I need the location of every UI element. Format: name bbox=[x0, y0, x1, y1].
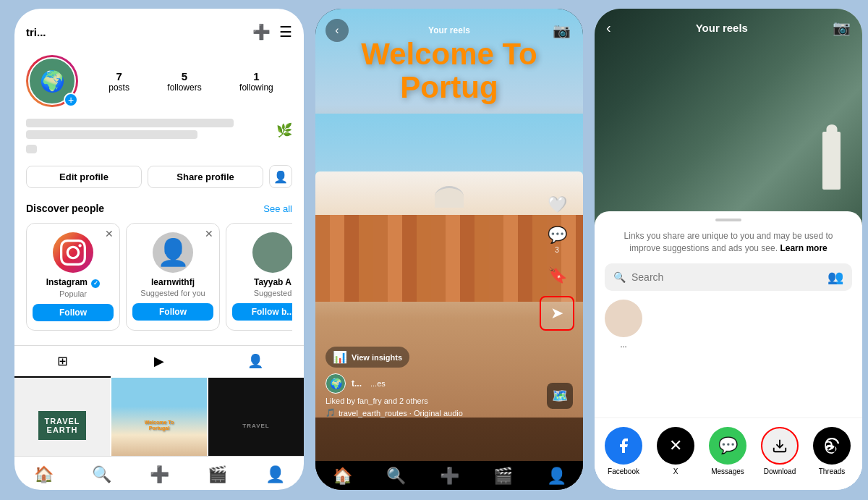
share-facebook[interactable]: Facebook bbox=[605, 427, 642, 475]
discover-learnwithfj-sub: Suggested for you bbox=[140, 289, 205, 297]
discover-users: ✕ Instagram ✓ Popular Follow ✕ 👤 bbox=[26, 223, 292, 331]
nav-home[interactable]: 🏠 bbox=[14, 462, 72, 487]
facebook-icon bbox=[605, 427, 642, 465]
nav-add[interactable]: ➕ bbox=[130, 462, 188, 487]
messages-label: Messages bbox=[711, 467, 744, 475]
learn-more-link[interactable]: Learn more bbox=[780, 243, 827, 253]
screen2-reel: ‹ Your reels 📷 Welcome To Portug 🤍 💬 3 🔖… bbox=[315, 9, 583, 490]
discover-tayyab-sub: Suggested bbox=[254, 289, 292, 297]
travel-earth-text: TRAVEL EARTH bbox=[38, 411, 85, 440]
profile-tabs: ⊞ ▶ 👤 bbox=[14, 345, 304, 378]
reel-nav-profile[interactable]: 👤 bbox=[529, 467, 583, 486]
reel-share-button-highlighted[interactable]: ➤ bbox=[540, 296, 574, 331]
map-icon: 🗺️ bbox=[552, 388, 568, 404]
share-messages[interactable]: 💬 Messages bbox=[709, 427, 746, 475]
profile-username: tri... bbox=[26, 26, 46, 38]
reel-title: Welcome To Portug bbox=[315, 38, 583, 104]
suggest-icon[interactable]: 👥 bbox=[827, 269, 843, 285]
download-label: Download bbox=[764, 467, 796, 475]
grid-item-2[interactable]: Welcome ToPortugal bbox=[111, 378, 207, 456]
reel-side-actions: 🤍 💬 3 🔖 ➤ bbox=[540, 195, 574, 331]
reel-audio: 🎵 travel_earth_routes · Original audio bbox=[326, 408, 573, 418]
edit-profile-button[interactable]: Edit profile bbox=[26, 166, 142, 188]
save-icon: 🔖 bbox=[548, 266, 567, 284]
nav-search[interactable]: 🔍 bbox=[72, 462, 130, 487]
posts-label: posts bbox=[109, 82, 129, 93]
follow-tayyab-button[interactable]: Follow b... bbox=[232, 303, 292, 321]
followers-count: 5 bbox=[182, 70, 187, 82]
nav-profile[interactable]: 👤 bbox=[246, 462, 304, 487]
reel-user-avatar: 🌍 bbox=[326, 373, 346, 394]
insights-icon: 📊 bbox=[333, 350, 347, 364]
bio-line2 bbox=[26, 130, 197, 139]
discover-user-tayyab: ✕ Tayyab A Suggested Follow b... bbox=[226, 223, 292, 331]
follow-learnwithfj-button[interactable]: Follow bbox=[132, 303, 213, 321]
discover-section: Discover people See all ✕ Instagram ✓ Po… bbox=[14, 194, 304, 336]
share-x[interactable]: ✕ X bbox=[657, 427, 694, 475]
grid-item-3[interactable]: TRAVEL bbox=[208, 378, 304, 456]
facebook-label: Facebook bbox=[608, 467, 639, 475]
discover-people-icon[interactable]: 👤 bbox=[269, 165, 292, 188]
reel-map-button[interactable]: 🗺️ bbox=[547, 383, 573, 409]
suggestion-avatar-1 bbox=[605, 300, 642, 337]
share-sheet: Links you share are unique to you and ma… bbox=[595, 211, 862, 490]
share-download[interactable]: Download bbox=[761, 427, 799, 475]
bottom-nav-screen1: 🏠 🔍 ➕ 🎬 👤 bbox=[14, 456, 304, 490]
following-label: following bbox=[239, 82, 273, 93]
share-actions-row: Facebook ✕ X 💬 Messages bbox=[595, 418, 862, 490]
share-sheet-notice: Links you share are unique to you and ma… bbox=[595, 230, 862, 263]
bio-section: 🌿 bbox=[14, 116, 304, 159]
reel-username: t... bbox=[352, 378, 362, 389]
view-insights-text: View insights bbox=[352, 353, 402, 362]
reel-like-button[interactable]: 🤍 bbox=[548, 195, 567, 214]
share-threads[interactable]: Threads bbox=[813, 427, 851, 475]
see-all-link[interactable]: See all bbox=[263, 203, 292, 214]
following-count: 1 bbox=[253, 70, 259, 82]
reel-title-line1: Welcome To bbox=[330, 38, 569, 71]
reel-comment-button[interactable]: 💬 3 bbox=[548, 226, 567, 254]
profile-header: tri... ➕ ☰ bbox=[14, 17, 304, 46]
reel-followers-text: ...es bbox=[370, 379, 386, 388]
avatar-add-button[interactable]: + bbox=[64, 93, 78, 107]
tab-grid[interactable]: ⊞ bbox=[14, 346, 111, 378]
search-input[interactable] bbox=[631, 271, 822, 283]
avatar-container: 🌍 + bbox=[26, 55, 78, 107]
tower bbox=[822, 132, 841, 190]
followers-stat: 5 followers bbox=[167, 70, 201, 93]
add-post-icon[interactable]: ➕ bbox=[252, 23, 271, 41]
dome bbox=[435, 186, 464, 208]
discover-instagram-name: Instagram ✓ bbox=[46, 277, 101, 288]
reels-back-button[interactable]: ‹ bbox=[606, 20, 611, 36]
follow-instagram-button[interactable]: Follow bbox=[33, 304, 114, 321]
share-profile-button[interactable]: Share profile bbox=[148, 166, 263, 188]
reel-nav-reels[interactable]: 🎬 bbox=[476, 467, 529, 486]
comment-count: 3 bbox=[555, 246, 559, 254]
reel-nav-search[interactable]: 🔍 bbox=[369, 467, 422, 486]
close-instagram-card[interactable]: ✕ bbox=[105, 228, 114, 240]
posts-count: 7 bbox=[116, 70, 122, 82]
tab-reels[interactable]: ▶ bbox=[111, 346, 207, 378]
send-icon: ➤ bbox=[550, 304, 563, 323]
messages-icon: 💬 bbox=[709, 427, 746, 465]
following-stat: 1 following bbox=[239, 70, 273, 93]
grid-item-1[interactable]: TRAVEL EARTH bbox=[14, 378, 110, 456]
reels-camera-button[interactable]: 📷 bbox=[833, 19, 851, 36]
share-suggestion-1[interactable]: ... bbox=[605, 300, 642, 349]
view-insights-button[interactable]: 📊 View insights bbox=[326, 347, 409, 368]
threads-icon bbox=[813, 427, 851, 465]
nav-reels[interactable]: 🎬 bbox=[188, 462, 246, 487]
close-learnwithfj-card[interactable]: ✕ bbox=[205, 228, 213, 240]
tower-top bbox=[826, 124, 837, 133]
bio-line1 bbox=[26, 119, 234, 127]
reel-nav-home[interactable]: 🏠 bbox=[315, 467, 369, 486]
reel-nav-add[interactable]: ➕ bbox=[422, 467, 476, 486]
posts-grid: TRAVEL EARTH Welcome ToPortugal TRAVEL bbox=[14, 378, 304, 456]
x-label: X bbox=[673, 467, 678, 475]
menu-icon[interactable]: ☰ bbox=[279, 23, 292, 41]
profile-buttons: Edit profile Share profile 👤 bbox=[14, 159, 304, 194]
reel-title-line2: Portug bbox=[330, 71, 569, 104]
reel-save-button[interactable]: 🔖 bbox=[548, 266, 567, 284]
tab-tagged[interactable]: 👤 bbox=[208, 346, 304, 378]
screen3-share: ‹ Your reels 📷 Links you share are uniqu… bbox=[595, 9, 862, 490]
download-icon bbox=[761, 427, 799, 465]
